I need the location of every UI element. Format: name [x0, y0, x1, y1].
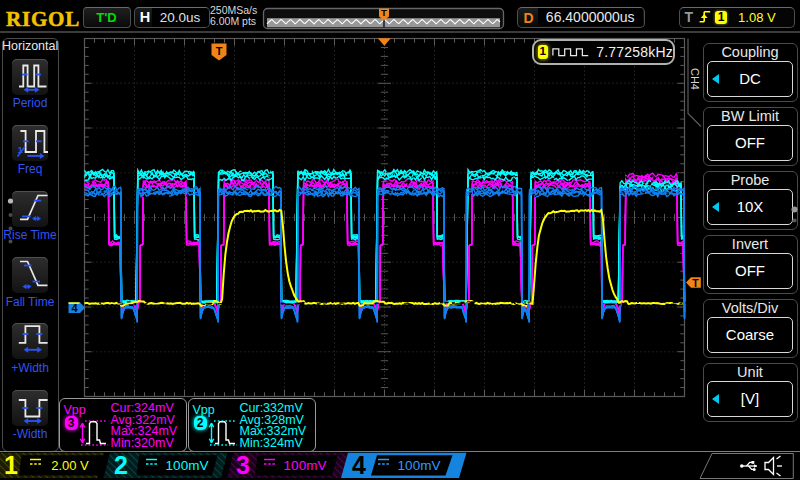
svg-text:1: 1: [4, 452, 18, 479]
svg-text:T: T: [381, 7, 387, 18]
svg-text:4: 4: [352, 452, 366, 479]
svg-text:2.00 V: 2.00 V: [51, 458, 89, 473]
svg-text:100mV: 100mV: [398, 458, 441, 473]
svg-text:3: 3: [236, 452, 250, 479]
svg-text:T: T: [216, 45, 223, 57]
svg-text:2: 2: [114, 452, 128, 479]
svg-text:100mV: 100mV: [284, 458, 327, 473]
svg-text:T: T: [692, 277, 699, 289]
svg-text:4: 4: [71, 302, 78, 314]
svg-text:100mV: 100mV: [166, 458, 209, 473]
